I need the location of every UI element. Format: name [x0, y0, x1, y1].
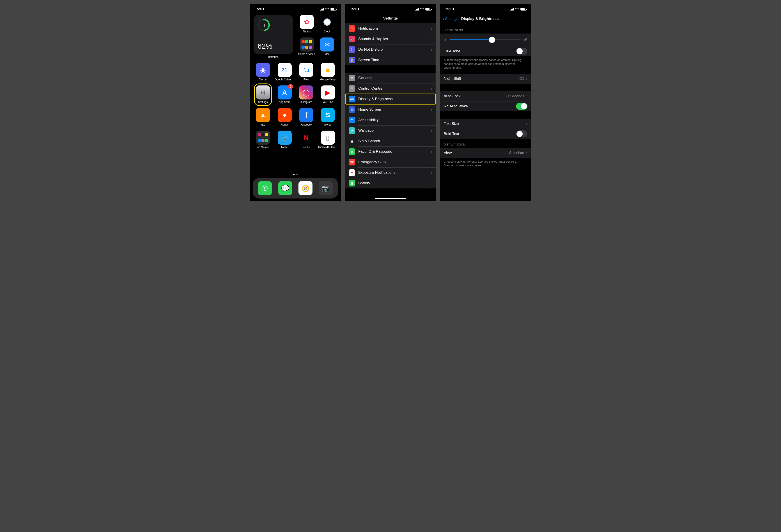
app-label: Discord — [258, 78, 268, 81]
batteries-widget[interactable]: ▯ 62% — [253, 15, 293, 54]
settings-row-display-brightness[interactable]: AADisplay & Brightness› — [345, 94, 436, 104]
app-google-keep[interactable]: ■Google Keep — [318, 63, 337, 81]
settings-row-icon: ⚙ — [348, 75, 355, 81]
true-tone-toggle[interactable] — [516, 48, 528, 55]
view-row[interactable]: View Standard › — [440, 148, 531, 158]
folder-icon — [256, 131, 270, 145]
app-icon: ▯ — [321, 131, 335, 145]
app-label: Skype — [324, 123, 331, 126]
app-label: Facebook — [300, 123, 312, 126]
app-label: App Store — [279, 100, 290, 104]
app-netflix[interactable]: NNetflix — [297, 131, 316, 149]
status-bar: 15:01 — [345, 4, 436, 14]
app-photo-video[interactable]: Photo & Video — [297, 37, 316, 56]
settings-row-icon: ⌛ — [348, 57, 355, 63]
home-indicator[interactable] — [375, 198, 406, 199]
app-label: Google Keep — [320, 78, 335, 81]
night-shift-row[interactable]: Night Shift Off › — [440, 74, 531, 84]
status-indicators — [510, 7, 526, 11]
app-pc-games[interactable]: PC Games — [253, 131, 273, 149]
text-size-row[interactable]: Text Size › — [440, 119, 531, 129]
settings-row-sounds-haptics[interactable]: 🔊Sounds & Haptics› — [345, 34, 436, 44]
app-icon: f — [299, 108, 313, 122]
home-screen: 15:01 ▯ 62% Batteries ✿Photos🕒Clock Phot… — [250, 4, 341, 201]
brightness-slider[interactable] — [450, 39, 520, 40]
app-messages[interactable]: 💬 — [278, 181, 292, 195]
settings-row-emergency-sos[interactable]: SOSEmergency SOS› — [345, 157, 436, 167]
app-youtube[interactable]: ▶YouTube — [318, 85, 337, 104]
auto-lock-row[interactable]: Auto-Lock 30 Seconds › — [440, 91, 531, 101]
chevron-right-icon: › — [431, 181, 433, 186]
chevron-right-icon: › — [431, 97, 433, 102]
widget-label: Batteries — [268, 55, 278, 58]
settings-row-icon: AA — [348, 96, 355, 102]
app-skype[interactable]: SSkype — [318, 108, 337, 126]
app-photos[interactable]: ✿Photos — [297, 15, 316, 33]
settings-row-do-not-disturb[interactable]: ☾Do Not Disturb› — [345, 44, 436, 55]
app-files[interactable]: 🗂Files — [297, 63, 316, 81]
wifi-icon — [515, 7, 519, 11]
app-facebook[interactable]: fFacebook — [297, 108, 316, 126]
night-shift-value: Off — [519, 77, 524, 81]
app-app-store[interactable]: A2App Store — [275, 85, 294, 104]
app-clock[interactable]: 🕒Clock — [318, 15, 337, 33]
app-label: Files — [303, 78, 309, 81]
app-label: VLC — [260, 123, 265, 126]
app-instagram[interactable]: ◯Instagram — [297, 85, 316, 104]
chevron-right-icon: › — [431, 37, 433, 42]
chevron-right-icon: › — [431, 170, 433, 175]
settings-row-label: Do Not Disturb — [358, 47, 431, 52]
app-discord[interactable]: ◉Discord — [253, 63, 273, 81]
settings-row-general[interactable]: ⚙General› — [345, 73, 436, 83]
settings-row-screen-time[interactable]: ⌛Screen Time› — [345, 55, 436, 65]
chevron-right-icon: › — [431, 149, 433, 154]
battery-icon — [521, 8, 526, 10]
sun-large-icon: ☀ — [523, 37, 528, 43]
status-time: 15:01 — [255, 7, 264, 11]
settings-row-label: Face ID & Passcode — [358, 150, 431, 154]
view-label: View — [444, 151, 509, 155]
app-mail[interactable]: ✉Mail — [318, 37, 337, 56]
back-button[interactable]: ‹ Settings — [443, 16, 458, 22]
app-settings[interactable]: ⚙Settings — [253, 85, 273, 104]
app-safari[interactable]: 🧭 — [298, 181, 313, 195]
page-indicator[interactable] — [250, 174, 341, 175]
folder-icon — [300, 37, 314, 51]
display-scroll[interactable]: BRIGHTNESS ☀ ☀ True Tone Automatically a… — [440, 25, 531, 201]
settings-row-face-id-passcode[interactable]: ☻Face ID & Passcode› — [345, 147, 436, 157]
true-tone-row: True Tone — [440, 46, 531, 56]
app-icon: ✿ — [300, 15, 314, 29]
app-google-calendar[interactable]: 31Google Calendar — [275, 63, 294, 81]
app-vlc[interactable]: ▲VLC — [253, 108, 273, 126]
settings-row-battery[interactable]: ▮Battery› — [345, 178, 436, 189]
settings-row-siri-search[interactable]: ◉Siri & Search› — [345, 136, 436, 147]
app-icon: S — [321, 108, 335, 122]
settings-row-icon: SOS — [348, 159, 355, 165]
app-phone[interactable]: ✆ — [258, 181, 272, 195]
settings-row-icon: ▦ — [348, 106, 355, 113]
settings-row-control-centre[interactable]: ⊟Control Centre› — [345, 83, 436, 94]
app-reddit[interactable]: ●Reddit — [275, 108, 294, 126]
app-mismartantiba-[interactable]: ▯MiSmartAntiba... — [318, 131, 337, 149]
app-icon: ▲ — [256, 108, 270, 122]
app-icon: ◉ — [256, 63, 270, 77]
settings-row-label: Emergency SOS — [358, 160, 431, 164]
settings-row-exposure-notifications[interactable]: ✱Exposure Notifications› — [345, 167, 436, 178]
settings-row-label: Wallpaper — [358, 128, 431, 133]
bold-toggle[interactable] — [516, 130, 528, 137]
settings-row-notifications[interactable]: ▢Notifications› — [345, 23, 436, 34]
app-camera[interactable]: 📷 — [319, 181, 333, 195]
auto-lock-label: Auto-Lock — [444, 94, 505, 98]
settings-row-icon: 🔊 — [348, 36, 355, 42]
settings-row-accessibility[interactable]: ⊙Accessibility› — [345, 115, 436, 125]
battery-icon — [425, 8, 431, 10]
settings-row-home-screen[interactable]: ▦Home Screen› — [345, 104, 436, 115]
settings-row-icon: ▢ — [348, 25, 355, 32]
app-twitter[interactable]: 🐦Twitter — [275, 131, 294, 149]
cellular-icon — [415, 8, 419, 10]
settings-row-wallpaper[interactable]: ❀Wallpaper› — [345, 125, 436, 136]
raise-toggle[interactable] — [516, 103, 528, 110]
settings-scroll[interactable]: ▢Notifications›🔊Sounds & Haptics›☾Do Not… — [345, 23, 436, 198]
app-icon: 📷 — [319, 181, 333, 195]
dock: ✆💬🧭📷 — [253, 178, 338, 199]
